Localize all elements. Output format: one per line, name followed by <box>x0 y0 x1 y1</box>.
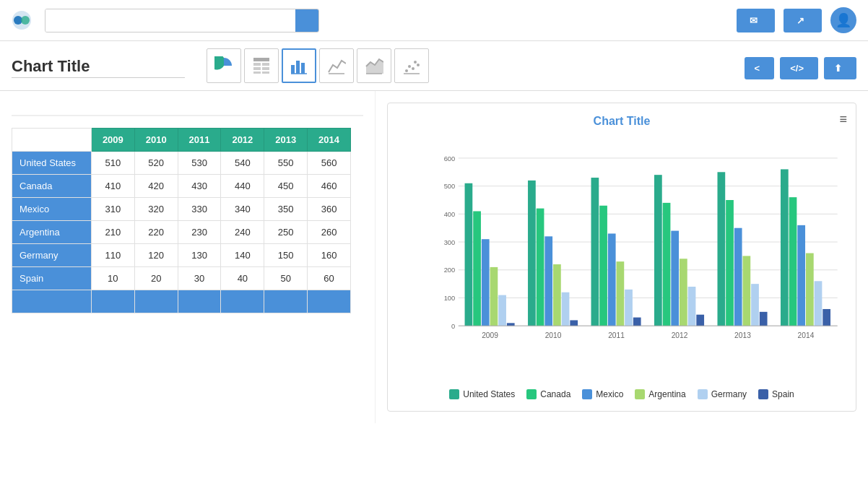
empty-cell-6[interactable] <box>308 290 351 313</box>
chart-type-pie[interactable] <box>207 48 241 83</box>
cell-5-2[interactable]: 30 <box>178 267 221 290</box>
col-header-2009[interactable]: 2009 <box>91 129 134 152</box>
svg-text:400: 400 <box>444 211 455 218</box>
bar-5-0 <box>507 323 515 326</box>
share-link-button[interactable]: < <box>745 57 775 79</box>
invite-friends-button[interactable]: ✉ <box>737 9 775 32</box>
col-header-2014[interactable]: 2014 <box>308 129 351 152</box>
cell-0-3[interactable]: 540 <box>221 152 264 175</box>
table-corner <box>12 129 92 152</box>
svg-text:2011: 2011 <box>608 331 625 339</box>
cell-5-3[interactable]: 40 <box>221 267 264 290</box>
cell-2-4[interactable]: 350 <box>264 198 308 221</box>
cell-4-2[interactable]: 130 <box>178 244 221 267</box>
cell-1-5[interactable]: 460 <box>308 175 351 198</box>
col-header-2012[interactable]: 2012 <box>221 129 264 152</box>
toolbar-right: < </> ⬆ <box>745 53 856 79</box>
col-header-2013[interactable]: 2013 <box>264 129 308 152</box>
cell-3-0[interactable]: 210 <box>91 221 134 244</box>
chart-type-line[interactable] <box>319 48 354 83</box>
bar-4-2 <box>625 290 633 326</box>
embed-code-button[interactable]: </> <box>780 57 818 79</box>
cell-2-0[interactable]: 310 <box>91 198 134 221</box>
cell-3-1[interactable]: 220 <box>134 221 178 244</box>
cell-1-4[interactable]: 450 <box>264 175 308 198</box>
cell-4-3[interactable]: 140 <box>221 244 264 267</box>
bar-2-4 <box>734 228 742 326</box>
cell-1-3[interactable]: 440 <box>221 175 264 198</box>
bar-2-3 <box>671 231 679 326</box>
cell-2-3[interactable]: 340 <box>221 198 264 221</box>
cell-2-1[interactable]: 320 <box>134 198 178 221</box>
empty-cell-1[interactable] <box>91 290 134 313</box>
cell-0-0[interactable]: 510 <box>91 152 134 175</box>
cell-5-5[interactable]: 60 <box>308 267 351 290</box>
cell-0-1[interactable]: 520 <box>134 152 178 175</box>
legend-color-3 <box>635 389 645 399</box>
chart-type-scatter[interactable] <box>394 48 429 83</box>
cell-4-4[interactable]: 150 <box>264 244 308 267</box>
cell-0-5[interactable]: 560 <box>308 152 351 175</box>
bar-chart-svg: 0100200300400500600200920102011201220132… <box>428 136 844 368</box>
cell-2-2[interactable]: 330 <box>178 198 221 221</box>
bar-4-5 <box>815 281 823 326</box>
svg-rect-5 <box>262 63 269 66</box>
header: ✉ ↗ 👤 <box>0 0 868 41</box>
bar-5-1 <box>570 320 578 326</box>
bar-1-4 <box>726 200 734 326</box>
publish-stat-button[interactable]: ⬆ <box>824 57 856 79</box>
cell-1-0[interactable]: 410 <box>91 175 134 198</box>
chart-type-bar[interactable] <box>282 48 316 83</box>
legend-label-1: Canada <box>540 389 570 399</box>
col-header-2010[interactable]: 2010 <box>134 129 178 152</box>
row-header-germany[interactable]: Germany <box>12 244 92 267</box>
cell-3-4[interactable]: 250 <box>264 221 308 244</box>
svg-marker-15 <box>366 59 383 74</box>
cell-1-2[interactable]: 430 <box>178 175 221 198</box>
avatar-button[interactable]: 👤 <box>830 7 856 33</box>
empty-cell-3[interactable] <box>178 290 221 313</box>
chart-title-input[interactable] <box>12 56 185 78</box>
svg-rect-8 <box>253 71 261 74</box>
bar-3-0 <box>490 267 498 326</box>
bar-0-3 <box>654 175 662 326</box>
chart-type-area[interactable] <box>357 48 391 83</box>
bar-2-0 <box>482 239 490 326</box>
search-input[interactable] <box>45 9 295 32</box>
cell-3-2[interactable]: 230 <box>178 221 221 244</box>
chart-type-table[interactable] <box>244 48 279 83</box>
cell-4-5[interactable]: 160 <box>308 244 351 267</box>
create-stat-button[interactable]: ↗ <box>784 9 822 32</box>
empty-cell-4[interactable] <box>221 290 264 313</box>
logo[interactable] <box>12 10 36 30</box>
cell-2-5[interactable]: 360 <box>308 198 351 221</box>
cell-5-1[interactable]: 20 <box>134 267 178 290</box>
cell-3-5[interactable]: 260 <box>308 221 351 244</box>
cell-5-0[interactable]: 10 <box>91 267 134 290</box>
bar-2-5 <box>797 225 805 326</box>
cell-1-1[interactable]: 420 <box>134 175 178 198</box>
search-button[interactable] <box>295 9 318 32</box>
pie-chart-icon <box>214 56 233 75</box>
cell-5-4[interactable]: 50 <box>264 267 308 290</box>
row-header-mexico[interactable]: Mexico <box>12 198 92 221</box>
cell-0-4[interactable]: 550 <box>264 152 308 175</box>
empty-cell-5[interactable] <box>264 290 308 313</box>
svg-rect-9 <box>262 71 269 74</box>
cell-4-1[interactable]: 120 <box>134 244 178 267</box>
row-header-united-states[interactable]: United States <box>12 152 92 175</box>
cell-0-2[interactable]: 530 <box>178 152 221 175</box>
empty-cell-2[interactable] <box>134 290 178 313</box>
legend-color-5 <box>758 389 768 399</box>
row-header-canada[interactable]: Canada <box>12 175 92 198</box>
row-header-argentina[interactable]: Argentina <box>12 221 92 244</box>
empty-cell-0[interactable] <box>12 290 92 313</box>
cell-3-3[interactable]: 240 <box>221 221 264 244</box>
share-icon: < <box>755 63 760 74</box>
chart-menu-icon[interactable]: ≡ <box>839 112 847 127</box>
cell-4-0[interactable]: 110 <box>91 244 134 267</box>
row-header-spain[interactable]: Spain <box>12 267 92 290</box>
legend-label-4: Germany <box>711 389 747 399</box>
mail-icon: ✉ <box>750 15 758 26</box>
col-header-2011[interactable]: 2011 <box>178 129 221 152</box>
